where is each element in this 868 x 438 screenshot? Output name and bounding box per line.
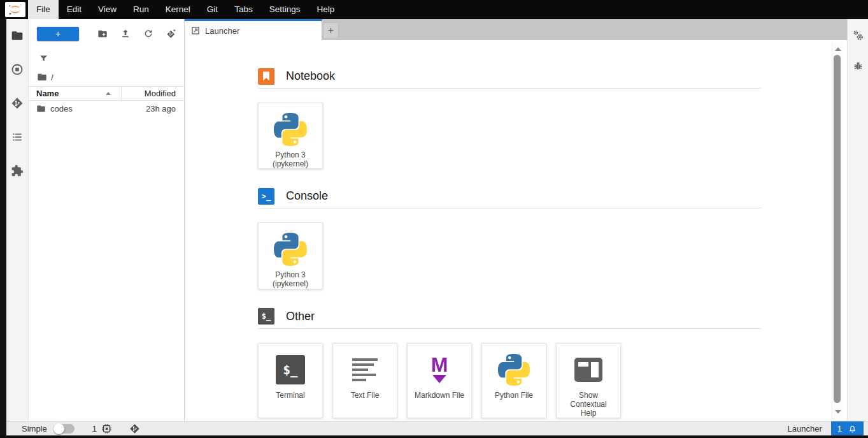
launcher-section-other: $_ Other $_ Terminal Text File <box>258 309 761 421</box>
launcher-card-text-file[interactable]: Text File <box>332 343 397 418</box>
file-row-codes[interactable]: codes 23h ago <box>29 101 184 117</box>
card-label: Show Contextual Help <box>562 391 615 418</box>
upload-icon[interactable] <box>120 29 131 39</box>
card-label: Python 3 (ipykernel) <box>264 150 317 168</box>
kernel-chip-icon <box>101 423 112 434</box>
python-logo-icon <box>274 112 307 147</box>
file-name: codes <box>50 104 146 113</box>
menu-item-git[interactable]: Git <box>199 0 226 19</box>
scroll-up-arrow[interactable] <box>835 47 841 51</box>
card-label: Text File <box>338 391 392 400</box>
menu-item-run[interactable]: Run <box>125 0 157 19</box>
kernel-status[interactable]: 1 <box>92 423 112 434</box>
file-modified: 23h ago <box>146 104 184 113</box>
menu-item-view[interactable]: View <box>90 0 125 19</box>
section-title-other: Other <box>286 310 315 323</box>
file-browser-panel: + / Name <box>29 19 185 421</box>
vertical-scrollbar <box>832 42 843 419</box>
card-label: Python 3 (ipykernel) <box>264 270 317 288</box>
column-header-modified[interactable]: Modified <box>121 87 184 100</box>
current-activity-label: Launcher <box>788 424 822 434</box>
new-folder-icon[interactable] <box>97 29 108 39</box>
jupyterlab-window: File Edit View Run Kernel Git Tabs Setti… <box>0 0 868 438</box>
card-label: Terminal <box>264 391 317 400</box>
launcher-section-notebook: Notebook Python 3 (ipykernel) <box>258 68 761 188</box>
python-logo-icon <box>498 352 530 388</box>
jupyter-logo-icon <box>6 3 24 17</box>
terminal-section-icon: $_ <box>258 308 274 325</box>
jupyter-logo[interactable] <box>5 2 25 17</box>
markdown-icon: M <box>431 356 448 383</box>
contextual-help-icon <box>574 352 603 388</box>
filter-icon[interactable] <box>39 54 48 63</box>
menu-item-edit[interactable]: Edit <box>59 0 90 19</box>
tab-launcher-label: Launcher <box>205 26 239 36</box>
breadcrumb: / <box>29 68 184 86</box>
filter-row <box>29 48 184 68</box>
console-icon: >_ <box>258 188 274 205</box>
column-header-name[interactable]: Name <box>29 87 121 100</box>
toggle-knob <box>53 423 64 434</box>
scrollbar-thumb[interactable] <box>834 55 841 403</box>
notification-badge[interactable]: 1 <box>831 421 864 436</box>
sort-ascending-icon <box>106 92 111 95</box>
extension-manager-icon[interactable] <box>11 164 24 177</box>
git-clone-icon[interactable] <box>166 29 176 39</box>
launcher-card-python-file[interactable]: Python File <box>481 343 546 418</box>
terminal-icon: $_ <box>276 355 305 384</box>
git-status-icon[interactable] <box>129 423 140 434</box>
status-bar: Simple 1 Launcher 1 <box>6 421 868 435</box>
property-inspector-icon[interactable] <box>852 29 864 41</box>
section-title-notebook: Notebook <box>286 69 335 83</box>
new-launcher-button[interactable]: + <box>37 27 79 41</box>
text-file-icon <box>352 358 378 381</box>
menu-item-settings[interactable]: Settings <box>261 0 309 19</box>
launcher-card-terminal[interactable]: $_ Terminal <box>258 343 323 418</box>
launcher-content: Notebook Python 3 (ipykernel) >_ Console <box>185 40 847 421</box>
running-sessions-icon[interactable] <box>11 63 24 76</box>
breadcrumb-root[interactable]: / <box>51 73 53 82</box>
column-name-label: Name <box>36 89 59 98</box>
launcher-card-show-contextual-help[interactable]: Show Contextual Help <box>556 343 621 418</box>
refresh-icon[interactable] <box>143 29 153 39</box>
bell-icon <box>848 424 857 434</box>
launcher-tab-icon <box>191 26 200 35</box>
tab-launcher[interactable]: Launcher <box>185 19 322 40</box>
tab-bar: Launcher + <box>185 19 847 40</box>
scroll-down-arrow[interactable] <box>835 410 841 414</box>
main-dock-panel: Launcher + Notebook Pytho <box>185 19 847 421</box>
launcher-section-console: >_ Console Python 3 (ipykernel) <box>258 188 761 308</box>
new-tab-button[interactable]: + <box>323 22 339 38</box>
file-browser-toolbar: + <box>29 19 184 48</box>
left-activity-bar <box>6 19 29 421</box>
notebook-icon <box>258 68 274 85</box>
simple-mode-label: Simple <box>22 424 47 434</box>
menu-item-help[interactable]: Help <box>308 0 343 19</box>
git-panel-icon[interactable] <box>11 97 24 110</box>
simple-mode-toggle[interactable] <box>53 424 75 434</box>
launcher-card-markdown-file[interactable]: M Markdown File <box>407 343 472 418</box>
debugger-icon[interactable] <box>853 61 864 71</box>
launcher-card-python3-notebook[interactable]: Python 3 (ipykernel) <box>258 103 323 169</box>
home-folder-icon[interactable] <box>37 72 47 82</box>
window-bottom-strip <box>0 435 868 438</box>
python-logo-icon <box>274 231 307 267</box>
kernel-count: 1 <box>92 424 97 434</box>
menu-item-kernel[interactable]: Kernel <box>157 0 199 19</box>
notification-count: 1 <box>837 424 842 434</box>
file-list-header: Name Modified <box>29 86 184 101</box>
launcher-card-python3-console[interactable]: Python 3 (ipykernel) <box>258 223 323 289</box>
table-of-contents-icon[interactable] <box>11 131 24 143</box>
menu-bar: File Edit View Run Kernel Git Tabs Setti… <box>0 0 868 19</box>
file-browser-tab-icon[interactable] <box>11 29 24 42</box>
window-edge-strip <box>0 0 6 438</box>
section-title-console: Console <box>286 189 328 203</box>
folder-icon <box>36 104 46 113</box>
card-label: Markdown File <box>413 391 466 400</box>
menu-item-file[interactable]: File <box>28 0 59 19</box>
right-activity-bar <box>847 19 868 421</box>
menu-item-tabs[interactable]: Tabs <box>226 0 261 19</box>
card-label: Python File <box>487 391 541 400</box>
